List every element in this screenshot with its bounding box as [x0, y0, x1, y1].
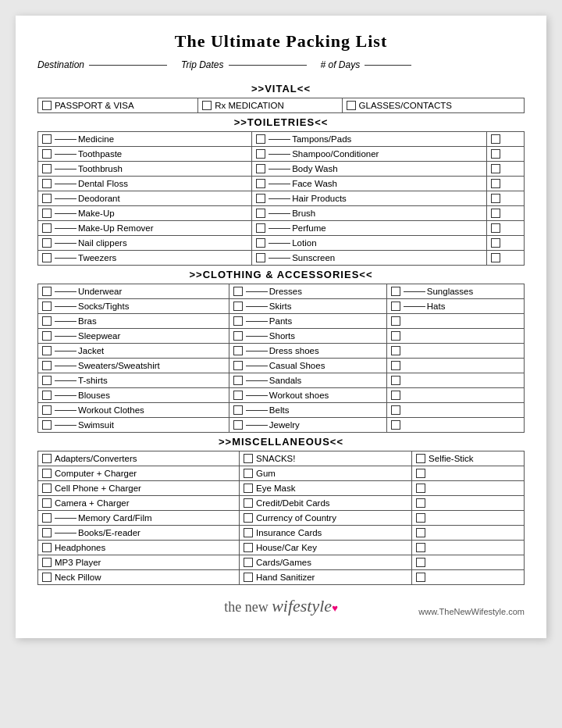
- checkbox[interactable]: [244, 558, 253, 567]
- checkbox[interactable]: [42, 253, 52, 262]
- checkbox[interactable]: [416, 484, 425, 493]
- c-cell: Workout shoes: [229, 388, 386, 403]
- vital-item-3: GLASSES/CONTACTS: [359, 101, 452, 110]
- checkbox[interactable]: [244, 498, 253, 508]
- checkbox[interactable]: [42, 331, 52, 341]
- checkbox[interactable]: [256, 238, 265, 248]
- checkbox[interactable]: [491, 209, 500, 218]
- checkbox[interactable]: [233, 346, 243, 355]
- checkbox[interactable]: [42, 346, 52, 355]
- checkbox[interactable]: [244, 484, 253, 493]
- checkbox[interactable]: [244, 454, 253, 463]
- checkbox[interactable]: [391, 420, 400, 430]
- item-label: T-shirts: [78, 376, 108, 385]
- checkbox[interactable]: [42, 164, 52, 173]
- checkbox[interactable]: [256, 134, 265, 144]
- checkbox[interactable]: [416, 469, 425, 478]
- checkbox[interactable]: [42, 391, 52, 400]
- checkbox[interactable]: [491, 194, 500, 203]
- checkbox[interactable]: [42, 194, 52, 203]
- checkbox[interactable]: [233, 302, 243, 311]
- checkbox[interactable]: [202, 101, 212, 110]
- blank-line: [55, 258, 76, 259]
- checkbox[interactable]: [42, 223, 52, 233]
- checkbox[interactable]: [42, 469, 52, 478]
- checkbox[interactable]: [42, 420, 52, 430]
- checkbox[interactable]: [391, 287, 400, 296]
- checkbox[interactable]: [391, 316, 400, 326]
- checkbox[interactable]: [491, 134, 500, 144]
- checkbox[interactable]: [42, 558, 52, 567]
- checkbox[interactable]: [391, 405, 400, 415]
- checkbox[interactable]: [244, 528, 253, 537]
- checkbox[interactable]: [42, 287, 52, 296]
- checkbox[interactable]: [233, 405, 243, 415]
- item-label: Sunglasses: [427, 287, 473, 296]
- checkbox[interactable]: [233, 391, 243, 400]
- checkbox[interactable]: [491, 164, 500, 173]
- checkbox[interactable]: [42, 528, 52, 537]
- checkbox[interactable]: [416, 543, 425, 552]
- checkbox[interactable]: [233, 376, 243, 385]
- checkbox[interactable]: [416, 513, 425, 523]
- checkbox[interactable]: [391, 361, 400, 370]
- checkbox[interactable]: [256, 149, 265, 159]
- checkbox[interactable]: [42, 484, 52, 493]
- checkbox[interactable]: [233, 316, 243, 326]
- checkbox[interactable]: [42, 498, 52, 508]
- checkbox[interactable]: [416, 498, 425, 508]
- c-cell: Jacket: [38, 344, 229, 359]
- checkbox[interactable]: [233, 420, 243, 430]
- checkbox[interactable]: [233, 331, 243, 341]
- checkbox[interactable]: [42, 238, 52, 248]
- checkbox[interactable]: [491, 149, 500, 159]
- checkbox[interactable]: [42, 101, 52, 110]
- checkbox[interactable]: [244, 543, 253, 552]
- toiletries-table: Medicine Tampons/Pads Toothpaste Shampoo…: [37, 131, 525, 266]
- checkbox[interactable]: [42, 573, 52, 582]
- checkbox[interactable]: [391, 331, 400, 341]
- checkbox[interactable]: [256, 223, 265, 233]
- checkbox[interactable]: [391, 376, 400, 385]
- checkbox[interactable]: [256, 164, 265, 173]
- c-cell: Belts: [229, 403, 386, 418]
- checkbox[interactable]: [491, 223, 500, 233]
- checkbox[interactable]: [491, 179, 500, 188]
- checkbox[interactable]: [491, 238, 500, 248]
- checkbox[interactable]: [42, 454, 52, 463]
- checkbox[interactable]: [42, 179, 52, 188]
- checkbox[interactable]: [391, 302, 400, 311]
- checkbox[interactable]: [416, 528, 425, 537]
- checkbox[interactable]: [391, 346, 400, 355]
- checkbox[interactable]: [233, 361, 243, 370]
- checkbox[interactable]: [391, 391, 400, 400]
- checkbox[interactable]: [416, 454, 425, 463]
- checkbox[interactable]: [42, 209, 52, 218]
- checkbox[interactable]: [42, 376, 52, 385]
- checkbox[interactable]: [491, 253, 500, 262]
- checkbox[interactable]: [347, 101, 356, 110]
- table-row: Headphones House/Car Key: [38, 541, 525, 555]
- checkbox[interactable]: [416, 558, 425, 567]
- checkbox[interactable]: [42, 361, 52, 370]
- checkbox[interactable]: [416, 573, 425, 582]
- checkbox[interactable]: [42, 543, 52, 552]
- checkbox[interactable]: [42, 316, 52, 326]
- checkbox[interactable]: [256, 209, 265, 218]
- item-label: Blouses: [78, 391, 110, 400]
- blank-line: [246, 336, 268, 337]
- checkbox[interactable]: [42, 302, 52, 311]
- checkbox[interactable]: [256, 179, 265, 188]
- checkbox[interactable]: [42, 513, 52, 523]
- blank-line: [246, 306, 268, 307]
- checkbox[interactable]: [42, 149, 52, 159]
- checkbox[interactable]: [256, 253, 265, 262]
- checkbox[interactable]: [256, 194, 265, 203]
- checkbox[interactable]: [244, 513, 253, 523]
- checkbox[interactable]: [244, 573, 253, 582]
- checkbox[interactable]: [244, 469, 253, 478]
- checkbox[interactable]: [42, 134, 52, 144]
- t-cell: Make-Up: [38, 206, 252, 221]
- checkbox[interactable]: [233, 287, 243, 296]
- checkbox[interactable]: [42, 405, 52, 415]
